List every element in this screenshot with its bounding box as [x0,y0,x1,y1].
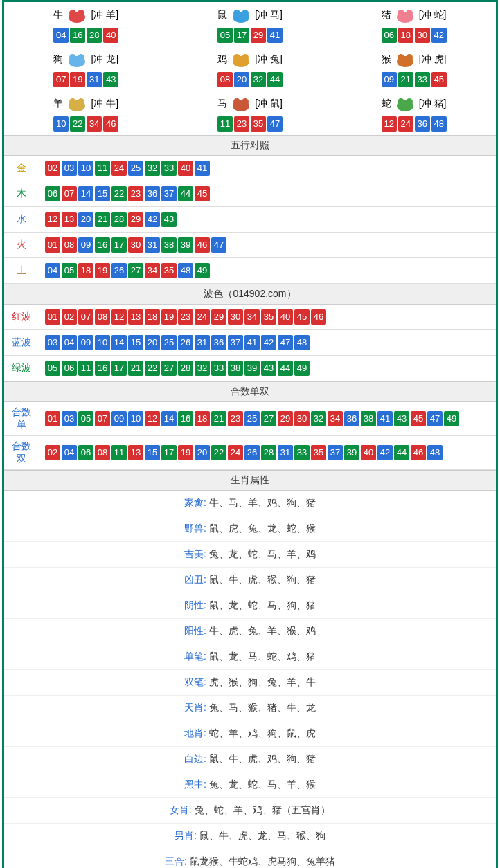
attr-value: 鼠龙猴、牛蛇鸡、虎马狗、兔羊猪 [190,856,335,867]
attr-label: 家禽: [184,497,206,508]
number-ball: 20 [145,335,160,350]
number-ball: 12 [382,116,397,132]
number-ball: 05 [45,361,60,376]
attr-row: 男肖: 鼠、牛、虎、龙、马、猴、狗 [4,824,496,849]
rat-icon [229,6,253,24]
number-ball: 44 [394,445,409,460]
number-ball: 09 [78,237,93,253]
number-ball: 19 [161,309,177,325]
zodiac-cell: 猴[冲 虎]09213345 [332,46,496,91]
svg-point-26 [406,98,413,105]
number-ball: 12 [45,212,60,227]
number-ball: 22 [111,186,127,201]
number-ball: 39 [178,237,193,253]
number-ball: 43 [394,411,409,426]
number-ball: 23 [128,186,143,201]
number-ball: 30 [294,411,310,426]
number-ball: 26 [111,263,127,278]
number-ball: 24 [228,445,243,460]
number-ball: 13 [128,309,143,325]
row-numbers: 1213202128294243 [39,207,496,233]
number-ball: 27 [161,361,177,376]
number-ball: 33 [211,361,226,376]
number-ball: 28 [87,28,102,43]
attr-value: 蛇、羊、鸡、狗、鼠、虎 [209,727,316,739]
number-ball: 09 [382,72,397,87]
number-ball: 24 [398,116,413,132]
number-ball: 04 [53,28,69,43]
number-ball: 38 [161,237,177,253]
number-ball: 20 [234,72,249,87]
number-ball: 42 [377,445,393,460]
attr-label: 三合: [165,856,187,867]
table-row: 蓝波03040910141520252631363741424748 [4,330,496,356]
number-ball: 34 [87,116,102,132]
number-ball: 02 [45,445,60,460]
zodiac-name: 鸡 [217,53,227,66]
number-ball: 48 [427,445,443,460]
number-ball: 11 [95,161,110,176]
svg-point-17 [406,54,413,61]
pig-icon [393,6,418,24]
number-ball: 16 [95,237,110,253]
row-numbers: 03040910141520252631363741424748 [39,330,496,356]
table-row: 火0108091617303138394647 [4,233,496,258]
number-ball: 15 [128,335,143,350]
table-row: 金02031011242532334041 [4,156,496,181]
number-ball: 27 [261,411,276,426]
number-ball: 45 [195,186,210,201]
number-ball: 11 [78,361,93,376]
table-row: 木06071415222336374445 [4,181,496,207]
number-ball: 19 [178,445,193,460]
number-ball: 06 [382,28,397,43]
number-ball: 21 [95,212,110,227]
number-ball: 36 [211,335,226,350]
row-numbers: 02031011242532334041 [39,156,496,181]
number-ball: 27 [128,263,143,278]
number-ball: 29 [211,309,226,325]
number-ball: 26 [244,445,260,460]
number-ball: 30 [415,28,430,43]
ox-icon [64,6,89,24]
number-ball: 18 [398,28,413,43]
bose-table: 红波0102070812131819232429303435404546蓝波03… [4,305,496,381]
zodiac-clash: [冲 虎] [419,53,447,66]
number-ball: 02 [62,309,77,325]
number-ball: 31 [87,72,102,87]
attr-label: 野兽: [184,523,206,534]
number-ball: 16 [178,411,193,426]
svg-point-1 [69,10,76,17]
zodiac-name: 猪 [382,9,391,21]
number-ball: 22 [70,116,85,132]
attr-label: 阳性: [184,625,206,636]
number-ball: 12 [145,411,160,426]
zodiac-name: 鼠 [217,9,227,21]
rooster-icon [229,51,253,69]
number-ball: 19 [70,72,85,87]
zodiac-clash: [冲 兔] [255,53,283,66]
number-ball: 34 [244,309,260,325]
wuxing-table: 金02031011242532334041木060714152223363744… [4,156,496,284]
svg-point-2 [78,10,84,17]
attr-value: 兔、马、猴、猪、牛、龙 [209,702,316,713]
number-ball: 17 [161,445,177,460]
attr-label: 阴性: [184,599,206,611]
attr-row: 白边: 鼠、牛、虎、鸡、狗、猪 [4,747,496,772]
number-ball: 43 [161,212,177,227]
table-row: 水1213202128294243 [4,207,496,233]
section-header-heshu: 合数单双 [4,381,496,402]
svg-point-14 [242,54,249,61]
number-ball: 15 [145,445,160,460]
attr-value: 兔、蛇、羊、鸡、猪（五宫肖） [195,804,330,815]
number-ball: 37 [328,445,343,460]
number-ball: 17 [111,361,127,376]
number-ball: 45 [411,411,426,426]
number-ball: 28 [261,445,276,460]
row-numbers: 05061116172122272832333839434449 [39,356,496,381]
number-ball: 31 [195,335,210,350]
number-ball: 19 [95,263,110,278]
table-row: 红波0102070812131819232429303435404546 [4,305,496,330]
row-label: 绿波 [4,356,39,381]
svg-point-16 [398,54,404,61]
number-ball: 49 [195,263,210,278]
